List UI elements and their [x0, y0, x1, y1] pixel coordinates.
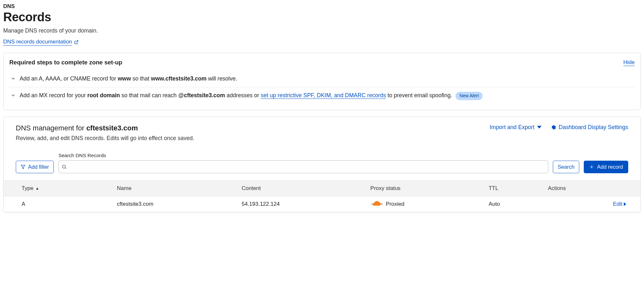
gear-icon [551, 125, 556, 130]
setup-steps-title: Required steps to complete zone set-up [9, 59, 122, 66]
caret-down-icon [537, 125, 542, 129]
search-label: Search DNS Records [58, 153, 548, 158]
setup-step: Add an MX record for your root domain so… [9, 87, 635, 104]
add-filter-button[interactable]: Add filter [16, 161, 54, 173]
caret-right-icon [624, 202, 626, 206]
external-link-icon [74, 40, 79, 44]
edit-button[interactable]: Edit [548, 201, 626, 207]
col-proxy[interactable]: Proxy status [365, 180, 483, 196]
chevron-down-icon[interactable] [11, 76, 16, 81]
cell-ttl: Auto [483, 196, 542, 212]
dns-management-card: DNS management for cftestsite3.com Revie… [3, 117, 641, 213]
cell-type: A [4, 196, 111, 212]
search-button-label: Search [558, 164, 574, 170]
sort-asc-icon: ▲ [35, 186, 39, 191]
import-export-dropdown[interactable]: Import and Export [490, 124, 542, 131]
search-button[interactable]: Search [553, 161, 579, 173]
search-icon [62, 164, 67, 169]
svg-point-2 [62, 165, 65, 168]
dns-docs-link[interactable]: DNS records documentation [3, 39, 72, 46]
spf-dkim-dmarc-link[interactable]: set up restrictive SPF, DKIM, and DMARC … [261, 92, 386, 99]
col-name[interactable]: Name [111, 180, 236, 196]
display-settings-label: Dashboard Display Settings [559, 124, 628, 131]
dns-management-title: DNS management for cftestsite3.com [16, 124, 194, 132]
dns-management-subtitle: Review, add, and edit DNS records. Edits… [16, 135, 194, 142]
setup-steps-card: Required steps to complete zone set-up H… [3, 53, 641, 110]
col-type-label: Type [22, 185, 34, 192]
table-row[interactable]: A cftestsite3.com 54.193.122.124 [4, 196, 640, 212]
setup-step: Add an A, AAAA, or CNAME record for www … [9, 71, 635, 87]
svg-marker-1 [21, 165, 25, 169]
col-actions: Actions [542, 180, 640, 196]
add-record-label: Add record [597, 164, 623, 170]
add-record-button[interactable]: Add record [584, 161, 628, 173]
chevron-down-icon[interactable] [11, 93, 16, 98]
setup-step-text: Add an MX record for your root domain so… [20, 91, 483, 100]
search-input[interactable] [58, 160, 548, 173]
import-export-label: Import and Export [490, 124, 534, 131]
breadcrumb: DNS [3, 3, 641, 10]
col-ttl[interactable]: TTL [483, 180, 542, 196]
cell-proxy: Proxied [365, 196, 483, 212]
setup-step-text: Add an A, AAAA, or CNAME record for www … [20, 74, 237, 83]
add-filter-label: Add filter [28, 164, 49, 170]
cell-content: 54.193.122.124 [236, 196, 365, 212]
edit-label: Edit [613, 201, 622, 207]
page-subtitle: Manage DNS records of your domain. [3, 27, 641, 34]
plus-circle-icon [589, 164, 594, 170]
page-title: Records [3, 10, 641, 24]
cell-name: cftestsite3.com [111, 196, 236, 212]
col-content[interactable]: Content [236, 180, 365, 196]
proxy-status-label: Proxied [386, 201, 405, 207]
proxied-cloud-icon [370, 201, 383, 207]
dns-records-table: Type ▲ Name Content Proxy status TTL Act… [4, 180, 640, 212]
filter-icon [21, 165, 25, 169]
col-type[interactable]: Type ▲ [4, 180, 111, 196]
svg-line-0 [76, 41, 78, 43]
svg-line-3 [65, 168, 66, 169]
dashboard-display-settings[interactable]: Dashboard Display Settings [551, 124, 628, 131]
hide-button[interactable]: Hide [623, 59, 635, 66]
new-alert-badge: New Alert [456, 92, 483, 100]
